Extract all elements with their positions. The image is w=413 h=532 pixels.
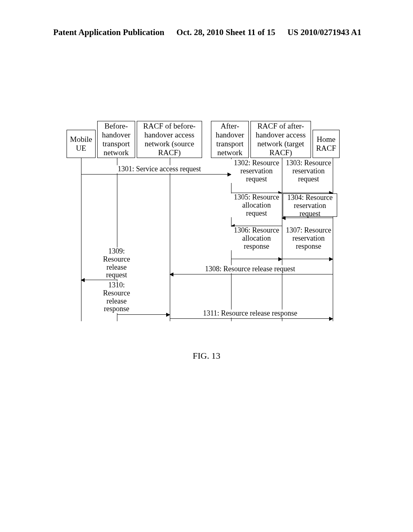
sequence-diagram: Mobile UE Before-handover transport netw… [67,121,347,322]
arrow-1307 [282,259,333,259]
arrow-1310 [117,314,170,315]
arrow-1309 [81,280,117,280]
page-header: Patent Application Publication Oct. 28, … [0,27,413,37]
header-right-text: US 2010/0271943 A1 [288,27,413,37]
arrow-1306 [231,259,282,259]
label: Mobile UE [67,135,95,153]
label-1304: 1304: Resource reservation request [283,193,337,217]
lifeline-target-racf [282,158,282,321]
header-center-text: Oct. 28, 2010 Sheet 11 of 15 [177,27,275,37]
label-1308: 1308: Resource release request [175,265,325,273]
participant-before-transport: Before-handover transport network [97,121,135,158]
label: RACF of after-handover access network (t… [251,122,311,157]
label: RACF of before-handover access network (… [137,122,202,157]
label-1309: 1309: Resource release request [97,247,136,279]
header-left-text: Patent Application Publication [0,27,164,37]
label-1307: 1307: Resource reservation response [284,227,333,250]
participant-target-racf: RACF of after-handover access network (t… [250,121,311,158]
label-1306: 1306: Resource allocation response [231,227,282,250]
participants-row: Mobile UE Before-handover transport netw… [67,121,347,158]
arrow-1308 [170,274,333,274]
lifelines: 1301: Service access request 1302: Resou… [67,158,347,321]
lifeline-home-racf [333,158,333,321]
lifeline-source-racf [170,158,170,321]
label-1305: 1305: Resource allocation request [231,193,282,217]
label-1310: 1310: Resource release response [97,281,136,313]
page: Patent Application Publication Oct. 28, … [0,0,413,532]
arrow-1303 [282,193,333,193]
figure-caption: FIG. 13 [0,351,413,361]
participant-home-racf: Home RACF [313,130,340,158]
label: Before-handover transport network [98,122,135,157]
label-1302: 1302: Resource reservation request [231,159,282,183]
arrow-1311 [170,318,333,319]
label-1311: 1311: Resource release response [175,310,325,318]
label: Home RACF [313,135,339,153]
label: After-handover transport network [211,122,248,157]
label-1303: 1303: Resource reservation request [284,159,333,183]
arrow-1301 [81,174,231,175]
participant-mobile-ue: Mobile UE [67,130,96,158]
participant-source-racf: RACF of before-handover access network (… [137,121,202,158]
lifeline-mobile-ue [81,158,81,321]
participant-after-transport: After-handover transport network [211,121,249,158]
label-1301: 1301: Service access request [103,165,216,173]
